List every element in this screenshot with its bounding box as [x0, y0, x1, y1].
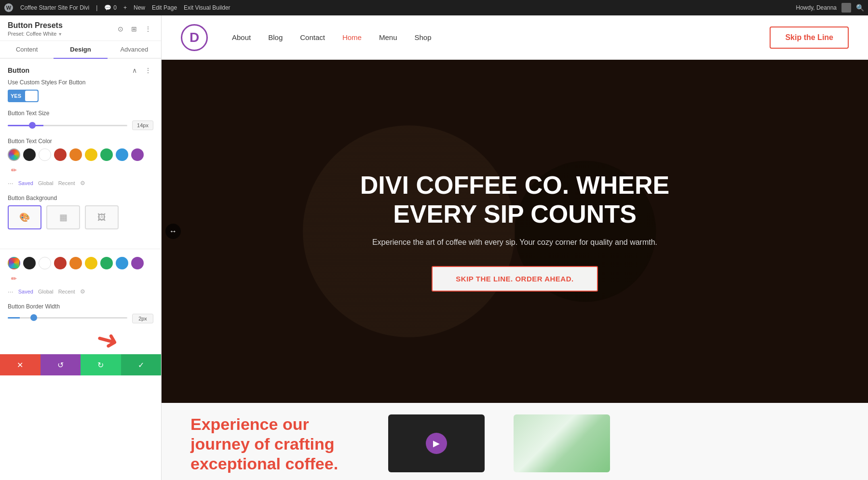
tab-design[interactable]: Design: [54, 41, 107, 59]
saved-label[interactable]: Saved: [18, 180, 33, 186]
nav-links: About Blog Contact Home Menu Shop: [232, 33, 770, 41]
bottom-section: Experience our journey of crafting excep…: [162, 403, 868, 480]
border-pencil-icon[interactable]: ✏: [8, 272, 20, 285]
color-swatch-white[interactable]: [39, 148, 51, 161]
color-meta-row: ··· Saved Global Recent ⚙: [8, 179, 153, 187]
bg-image-option[interactable]: 🖼: [85, 205, 119, 229]
admin-separator: |: [96, 4, 97, 11]
nav-cta-button[interactable]: Skip the Line: [770, 27, 849, 49]
dots-icon[interactable]: ···: [8, 179, 14, 187]
color-settings-icon[interactable]: ⚙: [80, 180, 85, 187]
howdy-text: Howdy, Deanna: [796, 4, 837, 11]
text-color-swatches: ✏: [8, 148, 153, 176]
border-custom-swatch[interactable]: [8, 257, 20, 269]
admin-comments[interactable]: 💬 0: [104, 4, 117, 11]
color-swatch-darkred[interactable]: [54, 148, 67, 161]
site-nav: D About Blog Contact Home Menu Shop Skip…: [162, 15, 868, 60]
logo-letter: D: [190, 30, 199, 45]
custom-styles-toggle-row: Use Custom Styles For Button YES: [8, 79, 153, 102]
border-swatch-black[interactable]: [23, 257, 36, 269]
edit-page-link[interactable]: Edit Page: [152, 4, 177, 11]
gradient-fill-icon: ▦: [59, 212, 68, 223]
panel-bottom-bar: ✕ ↺ ↻ ✓: [0, 354, 161, 375]
nav-contact[interactable]: Contact: [300, 33, 325, 41]
avatar[interactable]: [841, 3, 851, 13]
text-size-value[interactable]: 14px: [132, 120, 153, 130]
solid-fill-icon: 🎨: [19, 212, 30, 223]
bottom-image: [514, 414, 610, 472]
color-pencil-icon[interactable]: ✏: [8, 164, 20, 176]
border-dots-icon[interactable]: ···: [8, 288, 14, 295]
border-width-label: Button Border Width: [8, 303, 153, 310]
panel-tabs: Content Design Advanced: [0, 41, 161, 59]
custom-styles-toggle[interactable]: YES: [8, 90, 39, 102]
wordpress-icon[interactable]: W: [4, 3, 14, 13]
play-button[interactable]: ▶: [426, 433, 447, 454]
nav-about[interactable]: About: [232, 33, 251, 41]
admin-site-name[interactable]: Coffee Starter Site For Divi: [20, 4, 89, 11]
color-swatch-blue[interactable]: [116, 148, 128, 161]
color-swatch-orange[interactable]: [69, 148, 82, 161]
border-swatch-darkred[interactable]: [54, 257, 67, 269]
exit-builder-link[interactable]: Exit Visual Builder: [184, 4, 231, 11]
move-icon[interactable]: ↔: [165, 224, 181, 239]
nav-blog[interactable]: Blog: [268, 33, 283, 41]
tab-content[interactable]: Content: [0, 41, 54, 59]
color-swatch-green[interactable]: [100, 148, 113, 161]
border-width-value[interactable]: 2px: [132, 314, 153, 323]
custom-color-swatch[interactable]: [8, 148, 20, 161]
bg-gradient-option[interactable]: ▦: [46, 205, 80, 229]
border-saved-label[interactable]: Saved: [18, 289, 33, 294]
toggle-yes-label: YES: [8, 90, 24, 102]
site-logo[interactable]: D: [181, 24, 208, 51]
border-global-label[interactable]: Global: [38, 289, 54, 294]
tab-advanced[interactable]: Advanced: [108, 41, 161, 59]
border-swatch-orange[interactable]: [69, 257, 82, 269]
global-label[interactable]: Global: [38, 180, 54, 186]
undo-button[interactable]: ↺: [41, 354, 81, 375]
border-width-section: Button Border Width 2px: [0, 299, 161, 331]
search-icon[interactable]: 🔍: [856, 4, 864, 12]
nav-shop[interactable]: Shop: [414, 33, 431, 41]
border-swatch-green[interactable]: [100, 257, 113, 269]
color-swatch-black[interactable]: [23, 148, 36, 161]
border-swatch-blue[interactable]: [116, 257, 128, 269]
save-button[interactable]: ✓: [121, 354, 162, 375]
border-color-settings-icon[interactable]: ⚙: [80, 288, 85, 295]
section-more-btn[interactable]: ⋮: [143, 66, 153, 75]
recent-label[interactable]: Recent: [58, 180, 75, 186]
color-swatch-purple[interactable]: [131, 148, 144, 161]
columns-btn[interactable]: ⊞: [129, 24, 139, 34]
border-width-slider[interactable]: [8, 317, 127, 319]
admin-separator2: +: [123, 4, 127, 11]
bg-section: Button Background 🎨 ▦ 🖼: [8, 195, 153, 229]
text-size-slider[interactable]: [8, 125, 127, 126]
hero-cta-button[interactable]: Skip The Line. Order Ahead.: [432, 266, 597, 292]
admin-bar: W Coffee Starter Site For Divi | 💬 0 + N…: [0, 0, 868, 15]
border-recent-label[interactable]: Recent: [58, 289, 75, 294]
panel-title: Button Presets: [8, 21, 63, 30]
border-swatch-yellow[interactable]: [85, 257, 97, 269]
more-options-btn[interactable]: ⋮: [143, 24, 153, 34]
focus-mode-btn[interactable]: ⊙: [116, 24, 125, 34]
redo-button[interactable]: ↻: [81, 354, 121, 375]
bottom-video-card[interactable]: ▶: [388, 414, 485, 472]
border-color-meta: ··· Saved Global Recent ⚙: [8, 288, 153, 295]
panel-header: Button Presets Preset: Coffee White ▼ ⊙ …: [0, 15, 161, 41]
section-title: Button: [8, 67, 29, 74]
bg-solid-option[interactable]: 🎨: [8, 205, 41, 229]
border-swatch-purple[interactable]: [131, 257, 144, 269]
collapse-section-btn[interactable]: ∧: [130, 66, 139, 75]
toggle-knob: [25, 91, 38, 101]
section-content: Use Custom Styles For Button YES Button …: [0, 79, 161, 245]
text-size-label: Button Text Size: [8, 110, 153, 117]
admin-new[interactable]: New: [134, 4, 145, 11]
panel-preset[interactable]: Preset: Coffee White ▼: [8, 31, 63, 37]
color-swatch-yellow[interactable]: [85, 148, 97, 161]
nav-menu[interactable]: Menu: [379, 33, 397, 41]
cancel-button[interactable]: ✕: [0, 354, 41, 375]
text-color-section: Button Text Color ✏ ··· Saved: [8, 138, 153, 187]
border-swatch-white[interactable]: [39, 257, 51, 269]
border-color-section: ✏ ··· Saved Global Recent ⚙: [0, 253, 161, 299]
nav-home[interactable]: Home: [342, 33, 362, 41]
